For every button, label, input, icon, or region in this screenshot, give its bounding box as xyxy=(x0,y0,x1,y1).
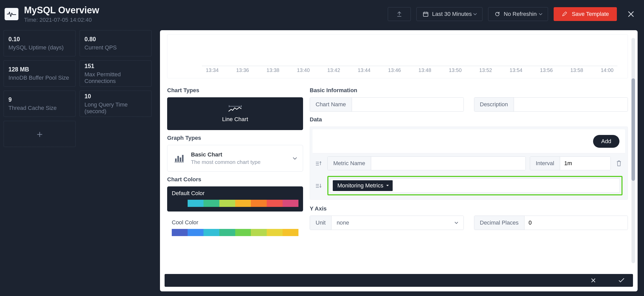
stat-label: Thread Cache Size xyxy=(8,105,71,111)
svg-rect-0 xyxy=(423,12,428,16)
scrollbar[interactable] xyxy=(631,38,635,263)
scrollbar-thumb[interactable] xyxy=(631,78,635,181)
metric-name-field: Metric Name xyxy=(327,156,526,170)
stat-card[interactable]: 151 Max Permitted Connections xyxy=(80,60,152,87)
stat-value: 9 xyxy=(8,96,71,103)
description-input[interactable] xyxy=(514,98,628,111)
line-chart-icon xyxy=(228,105,242,112)
upload-icon xyxy=(397,11,402,17)
chart-editor-panel: 13:34 13:36 13:38 13:40 13:42 13:44 13:4… xyxy=(160,30,638,291)
chevron-down-icon xyxy=(454,221,458,224)
stat-label: Max Permitted Connections xyxy=(84,71,147,84)
trash-icon xyxy=(616,160,622,167)
line-chart-label: Line Chart xyxy=(222,116,248,123)
metric-row: Metric Name Interval xyxy=(310,153,628,173)
confirm-button[interactable] xyxy=(618,278,625,283)
stat-value: 10 xyxy=(84,93,147,100)
stat-value: 128 MB xyxy=(8,66,71,73)
monitoring-metrics-tag[interactable]: Monitoring Metrics xyxy=(333,180,393,191)
stat-card[interactable]: 9 Thread Cache Size xyxy=(4,91,76,117)
section-title-graph-types: Graph Types xyxy=(167,135,303,141)
line-chart-option[interactable]: Line Chart xyxy=(167,97,303,130)
stat-label: Long Query Time (second) xyxy=(84,101,147,115)
swatch-row xyxy=(172,229,298,236)
header: MySQL Overview Time: 2021-07-05 14:02:40… xyxy=(0,0,644,23)
interval-field: Interval xyxy=(530,156,611,170)
chart-name-label: Chart Name xyxy=(310,98,352,111)
basic-chart-desc: The most common chart type xyxy=(191,159,287,165)
tick-label: 13:36 xyxy=(232,67,253,73)
sort-down-icon xyxy=(315,183,321,188)
chart-axis xyxy=(202,66,617,66)
heartbeat-icon xyxy=(7,11,16,17)
refresh-icon xyxy=(495,11,500,17)
save-template-label: Save Template xyxy=(572,11,609,17)
graph-type-dropdown[interactable]: Basic Chart The most common chart type xyxy=(167,145,303,172)
decimal-places-field: Decimal Places xyxy=(474,216,628,230)
svg-rect-4 xyxy=(182,155,184,162)
chevron-down-icon xyxy=(473,13,477,15)
tick-label: 13:34 xyxy=(202,67,222,73)
tick-label: 13:50 xyxy=(445,67,466,73)
unit-select[interactable]: none xyxy=(331,216,463,230)
caret-down-icon xyxy=(386,185,389,187)
chart-x-labels: 13:34 13:36 13:38 13:40 13:42 13:44 13:4… xyxy=(202,67,617,73)
chevron-down-icon xyxy=(293,157,297,160)
close-icon xyxy=(591,278,596,283)
save-template-button[interactable]: Save Template xyxy=(554,7,617,21)
metric-name-label: Metric Name xyxy=(328,157,371,170)
pencil-icon xyxy=(562,11,567,17)
time-range-label: Last 30 Minutes xyxy=(432,11,472,17)
chart-name-input[interactable] xyxy=(352,98,464,111)
unit-label: Unit xyxy=(310,216,331,230)
data-top-bar: Add xyxy=(313,129,625,153)
add-card-button[interactable]: ＋ xyxy=(4,121,76,147)
upload-button[interactable] xyxy=(388,7,411,21)
color-scheme-name: Cool Color xyxy=(172,219,298,226)
time-range-dropdown[interactable]: Last 30 Minutes xyxy=(416,7,482,21)
refresh-dropdown[interactable]: No Refreshing xyxy=(488,7,548,21)
tick-label: 13:44 xyxy=(354,67,374,73)
delete-metric-button[interactable] xyxy=(615,160,622,167)
cancel-button[interactable] xyxy=(591,278,596,283)
tick-label: 13:58 xyxy=(566,67,587,73)
tick-label: 13:56 xyxy=(536,67,557,73)
section-title-basic-info: Basic Information xyxy=(310,87,628,94)
decimal-places-input[interactable] xyxy=(524,216,628,230)
stat-value: 0.80 xyxy=(84,36,147,43)
interval-label: Interval xyxy=(530,157,560,170)
stat-card[interactable]: 128 MB InnoDB Buffer Pool Size xyxy=(4,60,76,87)
metric-name-input[interactable] xyxy=(371,157,525,170)
color-scheme-name: Default Color xyxy=(172,190,298,197)
monitoring-metrics-highlight: Monitoring Metrics xyxy=(327,176,622,195)
check-icon xyxy=(618,278,625,283)
svg-rect-2 xyxy=(177,156,179,162)
page-title: MySQL Overview xyxy=(24,5,99,16)
close-button[interactable] xyxy=(624,7,638,21)
tick-label: 13:54 xyxy=(506,67,526,73)
sort-up-icon xyxy=(315,161,321,166)
cool-color-option[interactable]: Cool Color xyxy=(167,216,303,241)
description-label: Description xyxy=(474,98,514,111)
svg-rect-1 xyxy=(175,158,177,162)
section-title-y-axis: Y Axis xyxy=(310,205,628,212)
refresh-label: No Refreshing xyxy=(504,11,537,17)
add-metric-button[interactable]: Add xyxy=(593,135,619,148)
tick-label: 13:46 xyxy=(384,67,405,73)
move-up-handle[interactable] xyxy=(314,161,323,166)
default-color-option[interactable]: Default Color xyxy=(167,186,303,212)
interval-input[interactable] xyxy=(560,157,610,170)
move-down-handle[interactable] xyxy=(314,183,323,188)
stat-card[interactable]: 10 Long Query Time (second) xyxy=(80,91,152,117)
tick-label: 13:52 xyxy=(475,67,496,73)
swatch-row xyxy=(172,200,298,207)
stat-card[interactable]: 0.80 Current QPS xyxy=(80,30,152,56)
tick-label: 13:40 xyxy=(293,67,314,73)
monitoring-metrics-input[interactable]: Monitoring Metrics xyxy=(330,178,620,193)
stat-label: MySQL Uptime (days) xyxy=(8,44,71,51)
description-field: Description xyxy=(474,97,628,112)
stat-card[interactable]: 0.10 MySQL Uptime (days) xyxy=(4,30,76,56)
calendar-icon xyxy=(423,11,428,17)
stat-value: 151 xyxy=(84,63,147,70)
tick-label: 13:38 xyxy=(263,67,283,73)
